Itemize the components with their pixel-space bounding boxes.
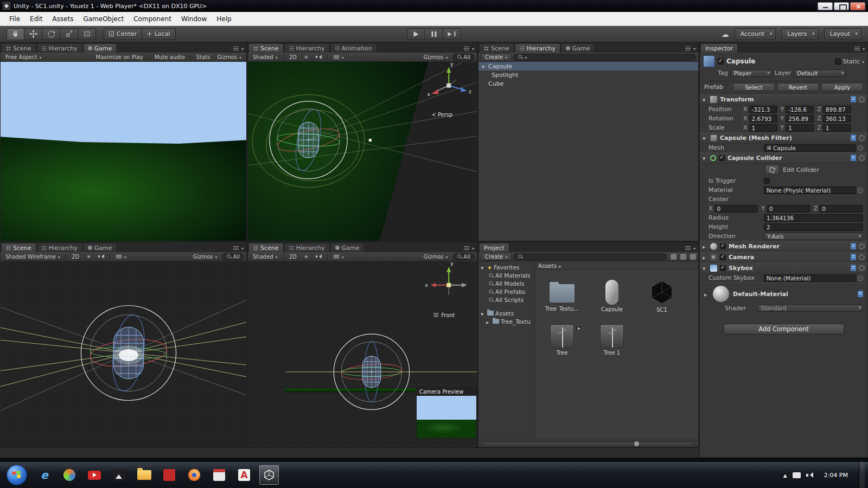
gear-icon[interactable] [859, 243, 865, 249]
edit-collider-button[interactable] [765, 165, 779, 175]
help-icon[interactable] [851, 134, 856, 141]
gear-icon[interactable] [859, 254, 865, 260]
tab-game[interactable]: Game [561, 43, 595, 53]
radius-field[interactable]: 1.364136 [764, 214, 863, 222]
foldout-open-icon[interactable] [481, 310, 486, 317]
tab-project[interactable]: Project [479, 243, 509, 252]
layer-dropdown[interactable]: Default [794, 69, 846, 77]
static-toggle[interactable]: Static [835, 58, 864, 65]
panel-menu[interactable] [854, 45, 865, 52]
gear-icon[interactable] [859, 265, 865, 271]
start-button[interactable] [7, 465, 27, 485]
foldout-closed-icon[interactable] [704, 291, 709, 298]
shader-dropdown[interactable]: Standard [757, 304, 863, 312]
gizmos-dropdown[interactable]: Gizmos [190, 253, 220, 261]
tab-scene[interactable]: Scene [248, 43, 284, 53]
skybox-component-header[interactable]: Skybox [700, 262, 867, 273]
favorites-root[interactable]: Favorites [478, 263, 534, 271]
2d-toggle[interactable]: 2D [286, 53, 299, 61]
audio-toggle[interactable] [313, 53, 324, 61]
thumbnail-zoom-slider[interactable] [484, 444, 693, 444]
height-field[interactable]: 2 [764, 223, 863, 231]
mesh-filter-component-header[interactable]: Capsule (Mesh Filter) [700, 132, 867, 143]
firefox-icon[interactable] [184, 465, 204, 485]
favorite-all-prefabs[interactable]: All Prefabs [478, 287, 534, 296]
prefab-select-button[interactable]: Select [733, 83, 775, 91]
position-z-field[interactable]: 899.87 [823, 106, 851, 113]
foldout-open-icon[interactable] [703, 134, 707, 142]
hierarchy-item-capsule[interactable]: Capsule [478, 62, 698, 70]
tab-game[interactable]: Game [330, 243, 365, 252]
gameobject-name-field[interactable]: Capsule [726, 57, 755, 65]
tab-scene[interactable]: Scene [479, 43, 514, 53]
help-icon[interactable] [851, 254, 856, 260]
asset-tile-scene[interactable]: SC1 [644, 279, 679, 313]
hierarchy-item-cube[interactable]: Cube [478, 79, 698, 88]
skybox-enabled-checkbox[interactable] [720, 265, 726, 271]
create-dropdown[interactable]: Create [481, 253, 512, 261]
asset-tile-capsule[interactable]: Capsule [595, 279, 629, 313]
tab-hierarchy[interactable]: Hierarchy [284, 243, 330, 252]
scale-z-field[interactable]: 1 [823, 124, 851, 132]
capsule-wireframe[interactable] [113, 327, 144, 378]
foldout-closed-icon[interactable] [703, 254, 707, 261]
create-dropdown[interactable]: Create [481, 53, 512, 61]
gear-icon[interactable] [859, 97, 865, 102]
youtube-icon[interactable] [85, 465, 104, 485]
asset-tile-folder[interactable]: Tree_Textu... [545, 279, 579, 313]
step-button[interactable] [443, 28, 461, 40]
is-trigger-checkbox[interactable] [764, 178, 770, 184]
game-view-canvas[interactable] [1, 62, 246, 241]
effects-dropdown[interactable] [330, 53, 347, 61]
view-mode-label[interactable]: Front [441, 312, 455, 318]
custom-skybox-field[interactable]: None (Material) [764, 274, 856, 282]
photo-viewer-icon[interactable] [110, 465, 129, 485]
gizmos-dropdown[interactable]: Gizmos [421, 53, 451, 61]
favorite-all-scripts[interactable]: All Scripts [478, 296, 534, 304]
gear-icon[interactable] [859, 155, 865, 161]
menu-window[interactable]: Window [176, 13, 212, 25]
scale-y-field[interactable]: 1 [786, 124, 814, 132]
scene-search-field[interactable]: All [222, 253, 244, 260]
cloud-services-icon[interactable] [722, 30, 729, 38]
search-by-type-icon[interactable] [671, 254, 676, 260]
foldout-open-icon[interactable] [703, 96, 707, 103]
help-icon[interactable] [858, 291, 863, 297]
tab-inspector[interactable]: Inspector [700, 43, 738, 53]
panel-menu[interactable] [685, 245, 695, 252]
close-button[interactable] [850, 2, 865, 10]
show-desktop-button[interactable] [859, 462, 865, 488]
scene-search-field[interactable]: All [452, 253, 475, 260]
preview-badge-icon[interactable] [575, 325, 582, 332]
zoom-slider-handle[interactable] [634, 441, 639, 446]
shading-mode-dropdown[interactable]: Shaded Wireframe [3, 253, 63, 261]
assets-root-folder[interactable]: Assets [478, 309, 534, 317]
input-indicator-icon[interactable] [793, 472, 801, 478]
favorite-all-models[interactable]: All Models [478, 279, 534, 287]
foldout-open-icon[interactable] [481, 264, 486, 271]
shading-mode-dropdown[interactable]: Shaded [250, 53, 280, 61]
tab-scene[interactable]: Scene [248, 243, 284, 252]
gizmo-handle[interactable] [369, 139, 372, 142]
help-icon[interactable] [851, 243, 856, 249]
add-component-button[interactable]: Add Component [724, 324, 844, 335]
view-mode-label[interactable]: < Persp [431, 112, 452, 118]
play-button[interactable] [407, 28, 425, 40]
physic-material-field[interactable]: None (Physic Material) [764, 187, 856, 194]
lighting-toggle[interactable] [84, 253, 94, 261]
hand-tool-button[interactable] [7, 28, 24, 40]
prefab-apply-button[interactable]: Apply [821, 83, 863, 91]
camera-component-header[interactable]: Camera [700, 252, 867, 262]
panel-menu[interactable] [464, 245, 474, 252]
scale-x-field[interactable]: 1 [749, 124, 777, 132]
tree-textures-folder[interactable]: Tree_Textu [478, 317, 534, 325]
maximize-on-play-toggle[interactable]: Maximize on Play [93, 53, 146, 61]
pause-button[interactable] [425, 28, 443, 40]
unity-taskbar-button[interactable] [259, 465, 279, 485]
scene-front-canvas[interactable]: x y Front Camera Preview [248, 261, 477, 447]
camera-enabled-checkbox[interactable] [720, 254, 726, 260]
collider-enabled-checkbox[interactable] [719, 155, 725, 161]
mute-audio-toggle[interactable]: Mute audio [152, 53, 188, 61]
pdf-reader-icon[interactable] [159, 465, 179, 485]
hierarchy-item-spotlight[interactable]: Spotlight [478, 70, 698, 79]
